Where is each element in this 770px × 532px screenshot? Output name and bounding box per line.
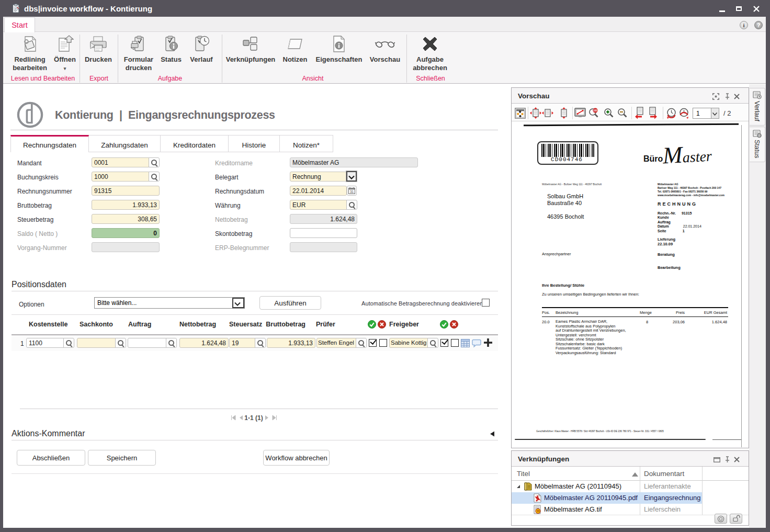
svg-text:100: 100 bbox=[593, 109, 597, 112]
svg-text:i: i bbox=[759, 134, 760, 137]
svg-text:YI: YI bbox=[537, 510, 540, 513]
svg-text:1-1 (1): 1-1 (1) bbox=[244, 414, 263, 422]
svg-text:31: 31 bbox=[350, 190, 354, 194]
